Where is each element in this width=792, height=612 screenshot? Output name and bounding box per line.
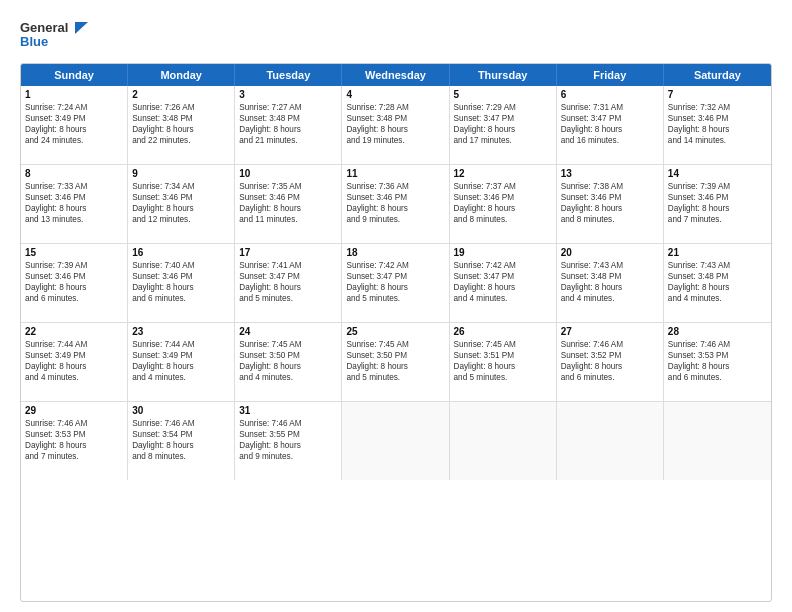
cell-info-line: and 4 minutes. [239,372,337,383]
cell-info-line: and 22 minutes. [132,135,230,146]
cell-info-line: Sunrise: 7:43 AM [561,260,659,271]
cell-info-line: Sunset: 3:46 PM [239,192,337,203]
cell-info-line: Sunrise: 7:44 AM [132,339,230,350]
day-number: 10 [239,168,337,179]
cell-info-line: and 6 minutes. [561,372,659,383]
cell-info-line: Sunset: 3:48 PM [561,271,659,282]
day-number: 20 [561,247,659,258]
calendar-header-day: Friday [557,64,664,86]
cell-info-line: Sunrise: 7:29 AM [454,102,552,113]
cell-info-line: and 4 minutes. [668,293,767,304]
cell-info-line: Sunrise: 7:45 AM [346,339,444,350]
svg-text:Blue: Blue [20,34,48,49]
calendar-cell: 23Sunrise: 7:44 AMSunset: 3:49 PMDayligh… [128,323,235,401]
calendar-cell: 28Sunrise: 7:46 AMSunset: 3:53 PMDayligh… [664,323,771,401]
day-number: 7 [668,89,767,100]
day-number: 11 [346,168,444,179]
cell-info-line: Sunset: 3:55 PM [239,429,337,440]
calendar-header-day: Tuesday [235,64,342,86]
cell-info-line: Daylight: 8 hours [239,124,337,135]
calendar-cell [450,402,557,480]
cell-info-line: Daylight: 8 hours [132,440,230,451]
cell-info-line: Daylight: 8 hours [346,282,444,293]
cell-info-line: Sunrise: 7:26 AM [132,102,230,113]
cell-info-line: Sunset: 3:46 PM [454,192,552,203]
calendar-cell: 20Sunrise: 7:43 AMSunset: 3:48 PMDayligh… [557,244,664,322]
cell-info-line: and 11 minutes. [239,214,337,225]
calendar-row: 29Sunrise: 7:46 AMSunset: 3:53 PMDayligh… [21,402,771,480]
day-number: 6 [561,89,659,100]
calendar-cell: 24Sunrise: 7:45 AMSunset: 3:50 PMDayligh… [235,323,342,401]
calendar-cell: 11Sunrise: 7:36 AMSunset: 3:46 PMDayligh… [342,165,449,243]
day-number: 29 [25,405,123,416]
cell-info-line: Sunset: 3:46 PM [25,271,123,282]
calendar-cell: 1Sunrise: 7:24 AMSunset: 3:49 PMDaylight… [21,86,128,164]
cell-info-line: Sunrise: 7:38 AM [561,181,659,192]
cell-info-line: Daylight: 8 hours [668,124,767,135]
cell-info-line: Daylight: 8 hours [132,124,230,135]
day-number: 8 [25,168,123,179]
cell-info-line: Daylight: 8 hours [668,282,767,293]
cell-info-line: Sunset: 3:47 PM [454,113,552,124]
day-number: 2 [132,89,230,100]
cell-info-line: Sunset: 3:52 PM [561,350,659,361]
cell-info-line: Daylight: 8 hours [239,361,337,372]
cell-info-line: Daylight: 8 hours [561,282,659,293]
cell-info-line: and 6 minutes. [668,372,767,383]
cell-info-line: Daylight: 8 hours [454,203,552,214]
cell-info-line: Sunrise: 7:39 AM [25,260,123,271]
cell-info-line: Daylight: 8 hours [25,361,123,372]
cell-info-line: Sunrise: 7:45 AM [239,339,337,350]
cell-info-line: Daylight: 8 hours [25,124,123,135]
calendar-cell: 15Sunrise: 7:39 AMSunset: 3:46 PMDayligh… [21,244,128,322]
cell-info-line: and 7 minutes. [25,451,123,462]
cell-info-line: and 13 minutes. [25,214,123,225]
calendar-cell: 26Sunrise: 7:45 AMSunset: 3:51 PMDayligh… [450,323,557,401]
cell-info-line: Sunrise: 7:46 AM [25,418,123,429]
calendar-cell: 9Sunrise: 7:34 AMSunset: 3:46 PMDaylight… [128,165,235,243]
cell-info-line: Sunset: 3:46 PM [668,113,767,124]
cell-info-line: Sunset: 3:49 PM [25,350,123,361]
cell-info-line: Sunset: 3:48 PM [668,271,767,282]
cell-info-line: Daylight: 8 hours [668,361,767,372]
cell-info-line: Daylight: 8 hours [454,361,552,372]
calendar-cell: 4Sunrise: 7:28 AMSunset: 3:48 PMDaylight… [342,86,449,164]
cell-info-line: Daylight: 8 hours [454,282,552,293]
cell-info-line: Sunrise: 7:46 AM [668,339,767,350]
cell-info-line: and 16 minutes. [561,135,659,146]
day-number: 12 [454,168,552,179]
cell-info-line: Daylight: 8 hours [346,361,444,372]
cell-info-line: Daylight: 8 hours [239,203,337,214]
cell-info-line: Sunset: 3:46 PM [132,271,230,282]
calendar-cell: 21Sunrise: 7:43 AMSunset: 3:48 PMDayligh… [664,244,771,322]
cell-info-line: and 24 minutes. [25,135,123,146]
cell-info-line: Sunset: 3:51 PM [454,350,552,361]
calendar-cell: 27Sunrise: 7:46 AMSunset: 3:52 PMDayligh… [557,323,664,401]
cell-info-line: Sunset: 3:48 PM [239,113,337,124]
calendar-cell: 22Sunrise: 7:44 AMSunset: 3:49 PMDayligh… [21,323,128,401]
cell-info-line: and 9 minutes. [346,214,444,225]
cell-info-line: and 5 minutes. [454,372,552,383]
calendar-cell: 31Sunrise: 7:46 AMSunset: 3:55 PMDayligh… [235,402,342,480]
calendar-cell: 16Sunrise: 7:40 AMSunset: 3:46 PMDayligh… [128,244,235,322]
cell-info-line: and 6 minutes. [132,293,230,304]
cell-info-line: Daylight: 8 hours [132,361,230,372]
cell-info-line: Daylight: 8 hours [25,203,123,214]
cell-info-line: and 19 minutes. [346,135,444,146]
calendar-cell: 7Sunrise: 7:32 AMSunset: 3:46 PMDaylight… [664,86,771,164]
cell-info-line: Sunrise: 7:24 AM [25,102,123,113]
calendar-header: SundayMondayTuesdayWednesdayThursdayFrid… [21,64,771,86]
calendar-header-day: Sunday [21,64,128,86]
calendar-body: 1Sunrise: 7:24 AMSunset: 3:49 PMDaylight… [21,86,771,480]
calendar-cell: 5Sunrise: 7:29 AMSunset: 3:47 PMDaylight… [450,86,557,164]
cell-info-line: Sunrise: 7:46 AM [132,418,230,429]
day-number: 27 [561,326,659,337]
calendar-header-day: Thursday [450,64,557,86]
cell-info-line: and 6 minutes. [25,293,123,304]
cell-info-line: Daylight: 8 hours [346,203,444,214]
day-number: 22 [25,326,123,337]
calendar-cell: 30Sunrise: 7:46 AMSunset: 3:54 PMDayligh… [128,402,235,480]
cell-info-line: Sunrise: 7:39 AM [668,181,767,192]
cell-info-line: and 5 minutes. [239,293,337,304]
calendar-cell: 25Sunrise: 7:45 AMSunset: 3:50 PMDayligh… [342,323,449,401]
